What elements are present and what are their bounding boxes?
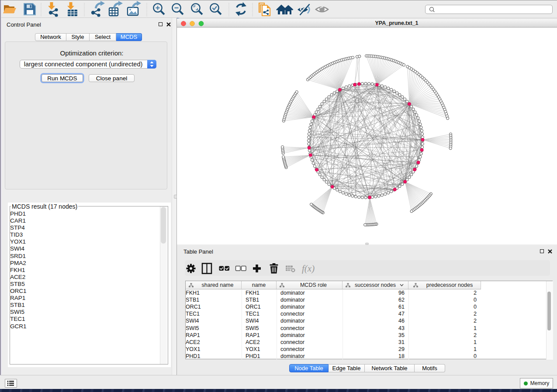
svg-text:f(x): f(x)	[302, 263, 315, 274]
